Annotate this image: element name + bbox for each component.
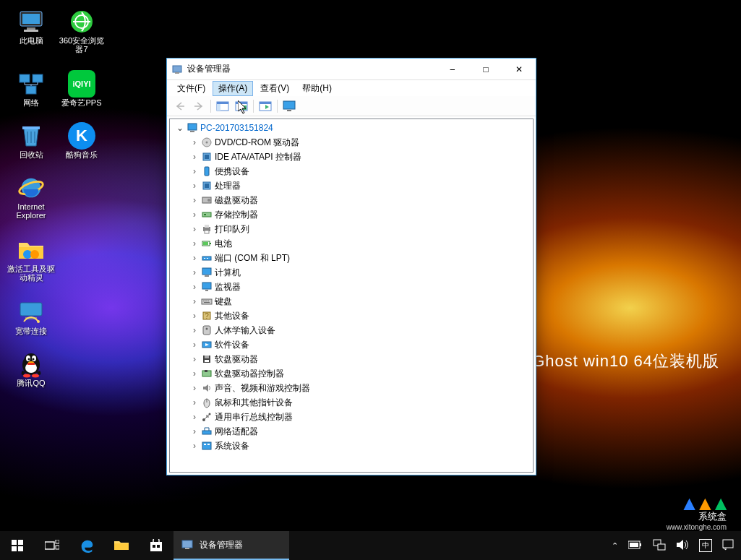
svg-rect-36 (243, 105, 247, 110)
svg-rect-105 (182, 540, 192, 548)
tree-root[interactable]: PC-201703151824 (170, 121, 533, 135)
desktop-icon-network[interactable]: 网络 (7, 68, 55, 120)
task-view-button[interactable] (35, 531, 69, 560)
tree-node-dvd[interactable]: DVD/CD-ROM 驱动器 (170, 135, 533, 150)
svg-rect-15 (20, 303, 42, 316)
start-button[interactable] (0, 531, 35, 560)
tree-node-ports[interactable]: 端口 (COM 和 LPT) (170, 251, 533, 265)
tray-notifications-icon[interactable] (722, 539, 734, 553)
svg-rect-104 (157, 545, 160, 548)
tree-node-system[interactable]: 系统设备 (170, 439, 533, 453)
device-tree-pane[interactable]: PC-201703151824DVD/CD-ROM 驱动器IDE ATA/ATA… (169, 119, 534, 473)
toolbar-show-hide-button[interactable] (214, 98, 231, 114)
tree-node-floppyctrl[interactable]: 软盘驱动器控制器 (170, 366, 533, 381)
tree-node-keyboard[interactable]: 键盘 (170, 294, 533, 309)
tree-node-software[interactable]: 软件设备 (170, 337, 533, 352)
menu-view[interactable]: 查看(V) (254, 81, 295, 96)
toolbar-monitor-button[interactable] (280, 98, 298, 114)
svg-rect-71 (207, 301, 209, 301)
svg-rect-41 (287, 110, 291, 111)
svg-rect-48 (205, 167, 209, 176)
tree-node-ide[interactable]: IDE ATA/ATAPI 控制器 (170, 150, 533, 164)
tree-node-computer[interactable]: 计算机 (170, 265, 533, 280)
toolbar (167, 96, 536, 116)
menu-help[interactable]: 帮助(H) (296, 81, 338, 96)
desktop-icon-kugou[interactable]: K酷狗音乐 (58, 120, 106, 172)
svg-rect-109 (630, 543, 638, 547)
tree-node-monitor[interactable]: 监视器 (170, 280, 533, 294)
svg-rect-68 (202, 299, 212, 304)
toolbar-properties-button[interactable] (233, 98, 250, 114)
svg-point-26 (23, 374, 30, 378)
tray-chevron-icon[interactable]: ⌃ (612, 541, 618, 551)
store-button[interactable] (139, 531, 174, 560)
tree-node-printq[interactable]: 打印队列 (170, 222, 533, 236)
tray-ime-icon[interactable]: 中 (699, 539, 712, 552)
taskbar-app-devicemanager[interactable]: 设备管理器 (174, 531, 289, 560)
desktop-icon-iqiyi[interactable]: iQIYI爱奇艺PPS (58, 68, 106, 120)
desktop-icon-broadband[interactable]: 宽带连接 (7, 296, 55, 348)
svg-rect-54 (204, 214, 206, 215)
desktop-icon-360-browser[interactable]: 360安全浏览器7 (58, 6, 106, 68)
menubar: 文件(F)操作(A)查看(V)帮助(H) (167, 80, 536, 96)
menu-file[interactable]: 文件(F) (171, 81, 211, 96)
tree-node-usb[interactable]: 通用串行总线控制器 (170, 410, 533, 424)
svg-rect-6 (20, 74, 30, 82)
svg-rect-63 (207, 258, 208, 259)
tray-battery-icon[interactable] (628, 540, 643, 551)
tree-node-netadapter[interactable]: 网络适配器 (170, 424, 533, 439)
tray-network-icon[interactable] (653, 539, 666, 553)
svg-rect-9 (22, 126, 40, 129)
file-explorer-button[interactable] (104, 531, 139, 560)
svg-rect-106 (185, 548, 189, 549)
svg-rect-99 (56, 540, 59, 543)
tree-node-mouse[interactable]: 鼠标和其他指针设备 (170, 395, 533, 410)
desktop-icon-qq[interactable]: 腾讯QQ (7, 348, 55, 400)
tree-node-portable[interactable]: 便携设备 (170, 164, 533, 178)
svg-rect-29 (173, 66, 181, 72)
close-button[interactable]: ✕ (502, 59, 536, 79)
svg-rect-2 (27, 27, 35, 30)
svg-rect-98 (45, 542, 54, 549)
tree-node-floppy[interactable]: 软盘驱动器 (170, 352, 533, 366)
tree-node-storage[interactable]: 存储控制器 (170, 207, 533, 222)
svg-point-27 (32, 374, 39, 378)
tree-node-disk[interactable]: 磁盘驱动器 (170, 193, 533, 207)
svg-rect-102 (150, 542, 162, 551)
svg-rect-35 (236, 102, 247, 104)
desktop-icon-this-pc[interactable]: 此电脑 (7, 6, 55, 58)
system-tray: ⌃ 中 (612, 531, 741, 560)
svg-rect-40 (283, 101, 295, 109)
desktop-icon-activator[interactable]: 激活工具及驱动精灵 (7, 234, 55, 296)
desktop-icon-recycle-bin[interactable]: 回收站 (7, 120, 55, 172)
svg-rect-42 (188, 124, 197, 130)
svg-rect-72 (204, 302, 210, 303)
edge-button[interactable] (69, 531, 104, 560)
svg-rect-38 (260, 102, 271, 104)
tree-node-hid[interactable]: 人体学输入设备 (170, 323, 533, 337)
svg-rect-60 (203, 242, 208, 245)
svg-rect-43 (190, 131, 194, 132)
svg-rect-80 (205, 356, 209, 358)
maximize-button[interactable]: □ (469, 59, 502, 79)
svg-rect-65 (205, 275, 209, 277)
toolbar-refresh-button[interactable] (257, 98, 274, 114)
tray-volume-icon[interactable] (676, 539, 689, 553)
svg-rect-8 (26, 86, 36, 94)
svg-rect-59 (210, 243, 211, 244)
svg-rect-83 (205, 370, 207, 372)
desktop-icon-ie[interactable]: Internet Explorer (7, 172, 55, 234)
minimize-button[interactable]: ‒ (436, 59, 469, 79)
svg-rect-95 (18, 540, 23, 545)
svg-rect-3 (24, 30, 38, 32)
tree-node-battery[interactable]: 电池 (170, 236, 533, 251)
svg-rect-67 (205, 290, 208, 291)
tree-node-cpu[interactable]: 处理器 (170, 178, 533, 193)
tree-node-audio[interactable]: 声音、视频和游戏控制器 (170, 381, 533, 395)
menu-action[interactable]: 操作(A) (213, 81, 253, 96)
svg-rect-28 (27, 363, 35, 365)
titlebar[interactable]: 设备管理器 ‒ □ ✕ (167, 59, 536, 80)
tree-node-other[interactable]: ?其他设备 (170, 309, 533, 323)
svg-rect-92 (207, 444, 210, 445)
svg-rect-1 (22, 14, 40, 24)
